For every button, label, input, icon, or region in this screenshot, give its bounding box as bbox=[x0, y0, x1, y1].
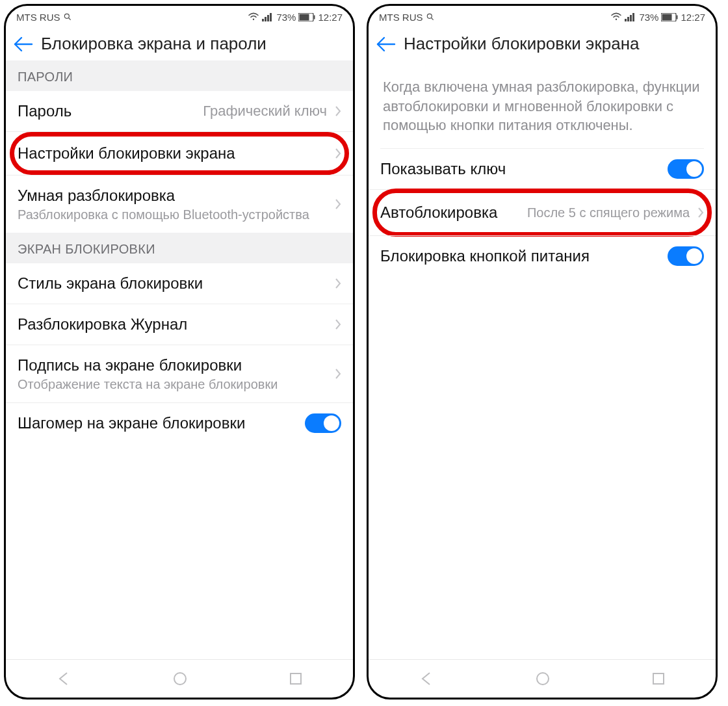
svg-rect-25 bbox=[653, 673, 664, 684]
section-passwords: ПАРОЛИ bbox=[6, 60, 353, 91]
search-icon bbox=[63, 12, 72, 21]
svg-rect-4 bbox=[265, 17, 266, 21]
row-label: Стиль экрана блокировки bbox=[18, 274, 331, 293]
svg-point-2 bbox=[253, 19, 254, 20]
row-label: Умная разблокировка bbox=[18, 186, 331, 205]
row-sub: Отображение текста на экране блокировки bbox=[18, 376, 331, 392]
page-title: Настройки блокировки экрана bbox=[404, 34, 640, 54]
search-icon bbox=[426, 12, 435, 21]
nav-bar bbox=[369, 659, 716, 698]
row-label: Показывать ключ bbox=[380, 159, 668, 179]
row-lock-style[interactable]: Стиль экрана блокировки bbox=[6, 263, 353, 304]
toggle-on[interactable] bbox=[305, 413, 341, 433]
battery-percent: 73% bbox=[276, 12, 296, 23]
chevron-right-icon bbox=[697, 207, 704, 218]
row-show-key[interactable]: Показывать ключ bbox=[369, 149, 716, 189]
clock-label: 12:27 bbox=[318, 12, 343, 23]
row-lock-settings[interactable]: Настройки блокировки экрана bbox=[6, 131, 353, 175]
svg-rect-22 bbox=[677, 15, 678, 19]
chevron-right-icon bbox=[335, 278, 341, 289]
nav-back-icon[interactable] bbox=[56, 671, 72, 686]
row-label: Подпись на экране блокировки bbox=[18, 356, 331, 375]
row-label: Пароль bbox=[18, 101, 203, 121]
signal-icon bbox=[262, 12, 274, 21]
back-arrow-icon[interactable] bbox=[375, 36, 397, 53]
svg-point-11 bbox=[174, 673, 186, 685]
carrier-label: MTS RUS bbox=[16, 12, 60, 23]
svg-point-15 bbox=[616, 19, 617, 20]
battery-icon bbox=[661, 13, 678, 21]
wifi-icon bbox=[248, 12, 259, 21]
svg-rect-18 bbox=[630, 15, 632, 21]
row-power-lock[interactable]: Блокировка кнопкой питания bbox=[369, 235, 716, 276]
phone-right: MTS RUS 73% 12:27 Настройки блокировки э… bbox=[367, 4, 718, 699]
row-sub: Разблокировка с помощью Bluetooth-устрой… bbox=[18, 207, 331, 222]
carrier-label: MTS RUS bbox=[379, 12, 423, 23]
row-lock-signature[interactable]: Подпись на экране блокировки Отображение… bbox=[6, 345, 353, 402]
row-label: Автоблокировка bbox=[380, 203, 527, 222]
back-arrow-icon[interactable] bbox=[12, 36, 34, 53]
help-text: Когда включена умная разблокировка, функ… bbox=[369, 60, 716, 148]
nav-back-icon[interactable] bbox=[419, 671, 434, 686]
svg-rect-5 bbox=[267, 15, 269, 21]
phone-left: MTS RUS 73% 12:27 Блокировка экрана и па… bbox=[4, 4, 355, 699]
row-smart-unlock[interactable]: Умная разблокировка Разблокировка с помо… bbox=[6, 175, 353, 233]
svg-line-1 bbox=[68, 18, 70, 20]
svg-rect-17 bbox=[627, 17, 629, 21]
app-bar: Настройки блокировки экрана bbox=[369, 26, 716, 60]
signal-icon bbox=[625, 12, 636, 21]
status-bar: MTS RUS 73% 12:27 bbox=[6, 6, 353, 26]
clock-label: 12:27 bbox=[681, 12, 705, 23]
chevron-right-icon bbox=[335, 148, 341, 159]
svg-rect-16 bbox=[625, 19, 627, 21]
chevron-right-icon bbox=[335, 368, 341, 380]
nav-home-icon[interactable] bbox=[172, 671, 188, 686]
battery-percent: 73% bbox=[639, 12, 658, 23]
svg-rect-21 bbox=[662, 14, 672, 20]
toggle-on[interactable] bbox=[668, 246, 704, 266]
svg-point-0 bbox=[64, 14, 69, 18]
row-label: Шагомер на экране блокировки bbox=[18, 413, 305, 433]
row-autolock[interactable]: Автоблокировка После 5 с спящего режима bbox=[369, 189, 716, 235]
svg-rect-3 bbox=[262, 19, 264, 21]
page-title: Блокировка экрана и пароли bbox=[41, 34, 266, 54]
svg-rect-19 bbox=[632, 13, 634, 21]
section-lockscreen: ЭКРАН БЛОКИРОВКИ bbox=[6, 233, 353, 263]
row-label: Блокировка кнопкой питания bbox=[380, 246, 668, 266]
row-password[interactable]: Пароль Графический ключ bbox=[6, 91, 353, 131]
wifi-icon bbox=[610, 12, 622, 21]
app-bar: Блокировка экрана и пароли bbox=[6, 26, 353, 60]
svg-line-14 bbox=[431, 18, 433, 20]
svg-point-13 bbox=[427, 14, 432, 18]
svg-rect-8 bbox=[300, 14, 309, 20]
row-value: Графический ключ bbox=[203, 103, 327, 120]
nav-bar bbox=[6, 659, 353, 698]
battery-icon bbox=[298, 13, 315, 21]
svg-point-24 bbox=[537, 673, 549, 685]
nav-recent-icon[interactable] bbox=[651, 672, 666, 686]
row-label: Разблокировка Журнал bbox=[18, 315, 331, 334]
nav-recent-icon[interactable] bbox=[289, 672, 303, 686]
row-pedometer[interactable]: Шагомер на экране блокировки bbox=[6, 402, 353, 443]
row-unlock-journal[interactable]: Разблокировка Журнал bbox=[6, 304, 353, 345]
chevron-right-icon bbox=[335, 319, 341, 330]
row-value: После 5 с спящего режима bbox=[527, 205, 690, 220]
svg-rect-9 bbox=[314, 15, 315, 19]
status-bar: MTS RUS 73% 12:27 bbox=[369, 6, 716, 26]
svg-rect-12 bbox=[291, 673, 301, 684]
chevron-right-icon bbox=[335, 105, 341, 117]
toggle-on[interactable] bbox=[668, 159, 704, 179]
chevron-right-icon bbox=[335, 198, 341, 210]
nav-home-icon[interactable] bbox=[535, 671, 551, 686]
svg-rect-6 bbox=[270, 13, 272, 21]
row-label: Настройки блокировки экрана bbox=[18, 144, 331, 163]
